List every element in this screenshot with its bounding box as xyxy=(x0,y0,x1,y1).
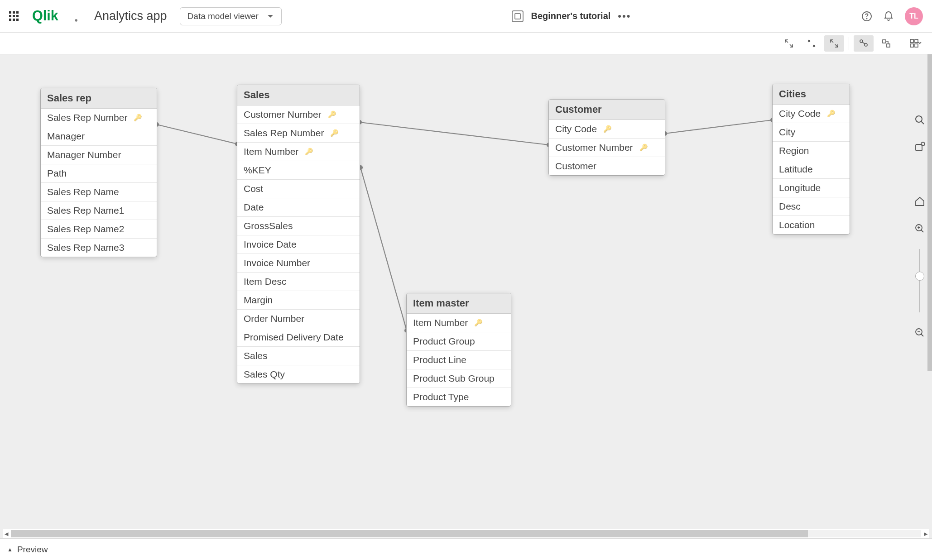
notifications-icon[interactable] xyxy=(883,11,894,22)
field-name: %KEY xyxy=(244,165,271,176)
table-field[interactable]: Item Desc xyxy=(237,273,360,291)
table-field[interactable]: Customer Number🔑 xyxy=(549,139,665,157)
table-field[interactable]: %KEY xyxy=(237,161,360,180)
search-icon[interactable] xyxy=(913,113,927,127)
table-header[interactable]: Cities xyxy=(773,84,850,105)
horizontal-scrollbar[interactable]: ◀ ▶ xyxy=(3,529,929,538)
table-customer[interactable]: CustomerCity Code🔑Customer Number🔑Custom… xyxy=(549,100,665,175)
scroll-thumb[interactable] xyxy=(11,530,808,537)
table-field[interactable]: Manager xyxy=(41,127,157,146)
key-icon: 🔑 xyxy=(603,125,612,133)
field-name: Cost xyxy=(244,183,263,194)
field-name: Sales Rep Name1 xyxy=(47,205,124,216)
data-model-canvas[interactable]: Sales repSales Rep Number🔑ManagerManager… xyxy=(0,54,932,538)
table-field[interactable]: Sales Rep Name1 xyxy=(41,201,157,220)
table-field[interactable]: Order Number xyxy=(237,310,360,328)
app-name: Analytics app xyxy=(94,9,167,23)
table-field[interactable]: Sales Rep Name2 xyxy=(41,220,157,239)
table-field[interactable]: Manager Number xyxy=(41,146,157,164)
table-field[interactable]: Sales Qty xyxy=(237,365,360,383)
table-field[interactable]: Product Sub Group xyxy=(407,369,511,388)
key-icon: 🔑 xyxy=(305,148,313,156)
table-field[interactable]: Sales Rep Name xyxy=(41,183,157,201)
table-field[interactable]: Product Type xyxy=(407,388,511,406)
table-header[interactable]: Sales xyxy=(237,85,360,105)
scroll-left-arrow[interactable]: ◀ xyxy=(3,530,10,537)
table-field[interactable]: Sales Rep Number🔑 xyxy=(237,124,360,143)
table-cities[interactable]: CitiesCity Code🔑CityRegionLatitudeLongit… xyxy=(773,84,850,234)
field-name: Sales Qty xyxy=(244,369,285,380)
table-field[interactable]: Invoice Number xyxy=(237,254,360,273)
user-avatar[interactable]: TL xyxy=(905,7,923,25)
table-field[interactable]: GrossSales xyxy=(237,217,360,235)
table-field[interactable]: Product Group xyxy=(407,332,511,351)
vertical-scrollbar[interactable] xyxy=(927,54,932,371)
table-field[interactable]: Item Number🔑 xyxy=(407,314,511,332)
view-dropdown[interactable]: Data model viewer xyxy=(180,7,282,25)
zoom-in-icon[interactable] xyxy=(913,222,927,235)
svg-line-21 xyxy=(665,120,773,134)
toolbar-separator xyxy=(901,37,901,50)
table-sales-rep[interactable]: Sales repSales Rep Number🔑ManagerManager… xyxy=(41,88,157,257)
svg-line-12 xyxy=(157,124,237,144)
table-field[interactable]: City Code🔑 xyxy=(773,105,850,123)
table-field[interactable]: Desc xyxy=(773,197,850,216)
view-toolbar xyxy=(0,33,932,54)
table-field[interactable]: Invoice Date xyxy=(237,235,360,254)
help-icon[interactable] xyxy=(861,11,872,22)
table-field[interactable]: Region xyxy=(773,142,850,160)
apps-launcher-icon[interactable] xyxy=(9,11,19,21)
zoom-out-icon[interactable] xyxy=(913,326,927,340)
more-menu-icon[interactable]: ••• xyxy=(618,10,631,22)
svg-rect-10 xyxy=(910,44,913,47)
collapse-all-icon[interactable] xyxy=(779,35,799,52)
locate-icon[interactable] xyxy=(913,140,927,154)
preview-panel[interactable]: ▲ Preview xyxy=(0,538,932,560)
table-field[interactable]: Item Number🔑 xyxy=(237,143,360,161)
field-name: Latitude xyxy=(779,164,813,175)
svg-rect-8 xyxy=(910,39,913,43)
tutorial-title: Beginner's tutorial xyxy=(531,11,610,21)
table-sales[interactable]: SalesCustomer Number🔑Sales Rep Number🔑It… xyxy=(237,85,360,383)
table-field[interactable]: Sales Rep Name3 xyxy=(41,239,157,257)
table-field[interactable]: Customer Number🔑 xyxy=(237,105,360,124)
layout-menu-icon[interactable] xyxy=(906,35,926,52)
table-header[interactable]: Customer xyxy=(549,100,665,120)
home-icon[interactable] xyxy=(913,195,927,208)
qlik-logo[interactable]: Qlik xyxy=(32,8,82,24)
table-field[interactable]: Sales xyxy=(237,347,360,365)
table-header[interactable]: Item master xyxy=(407,293,511,314)
table-field[interactable]: Cost xyxy=(237,180,360,198)
svg-rect-6 xyxy=(883,40,886,43)
table-header[interactable]: Sales rep xyxy=(41,88,157,109)
table-item-master[interactable]: Item masterItem Number🔑Product GroupProd… xyxy=(407,293,511,406)
table-field[interactable]: Location xyxy=(773,216,850,234)
field-name: Manager xyxy=(47,131,85,142)
table-field[interactable]: Longitude xyxy=(773,179,850,197)
table-field[interactable]: Date xyxy=(237,198,360,217)
field-name: Margin xyxy=(244,295,273,306)
field-name: City xyxy=(779,127,795,138)
table-field[interactable]: Margin xyxy=(237,291,360,310)
table-field[interactable]: Path xyxy=(41,164,157,183)
scroll-right-arrow[interactable]: ▶ xyxy=(922,530,929,537)
table-field[interactable]: Latitude xyxy=(773,160,850,179)
source-view-icon[interactable] xyxy=(876,35,896,52)
table-field[interactable]: City xyxy=(773,123,850,142)
collapse-selected-icon[interactable] xyxy=(802,35,822,52)
svg-point-26 xyxy=(921,142,925,146)
sheet-icon[interactable] xyxy=(512,10,524,22)
internal-view-icon[interactable] xyxy=(854,35,874,52)
key-icon: 🔑 xyxy=(134,114,142,122)
expand-all-icon[interactable] xyxy=(824,35,844,52)
svg-text:Qlik: Qlik xyxy=(32,8,59,24)
table-field[interactable]: Sales Rep Number🔑 xyxy=(41,109,157,127)
svg-point-1 xyxy=(75,19,77,21)
key-icon: 🔑 xyxy=(827,110,836,118)
table-field[interactable]: Product Line xyxy=(407,351,511,369)
table-field[interactable]: City Code🔑 xyxy=(549,120,665,139)
zoom-slider[interactable] xyxy=(919,249,920,312)
table-field[interactable]: Customer xyxy=(549,157,665,175)
expand-preview-icon[interactable]: ▲ xyxy=(7,546,13,553)
table-field[interactable]: Promised Delivery Date xyxy=(237,328,360,347)
